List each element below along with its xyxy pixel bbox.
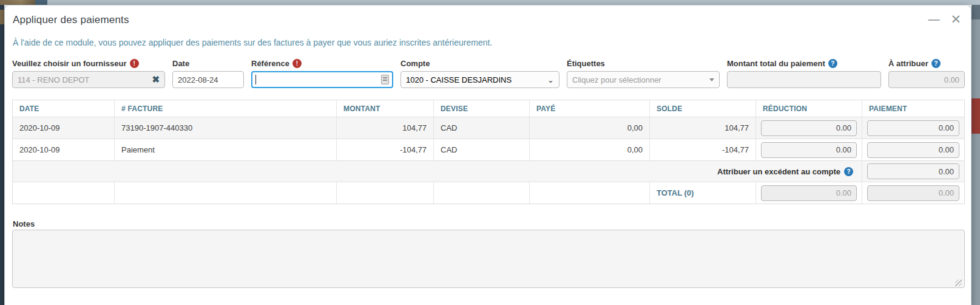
- window-controls: — ✕: [928, 13, 961, 26]
- fournisseur-value: 114 - RENO DEPOT: [18, 75, 148, 84]
- modal-title: Appliquer des paiements: [13, 14, 129, 26]
- excedent-label: Attribuer un excédent au compte ?: [13, 161, 862, 182]
- total-reduction-input[interactable]: [761, 185, 857, 201]
- header-date: DATE: [13, 100, 115, 117]
- required-icon: !: [292, 59, 302, 68]
- cell-paye: 0,00: [530, 139, 650, 160]
- background-dark-fragment: [972, 5, 980, 19]
- cell-facture: Paiement: [115, 139, 337, 160]
- total-row: TOTAL (0): [13, 182, 964, 204]
- compte-select[interactable]: 1020 - CAISSE DESJARDINS ⌄: [400, 71, 559, 88]
- cell-solde: -104,77: [650, 139, 756, 160]
- cell-paiement: [862, 117, 964, 139]
- date-input[interactable]: [172, 71, 244, 88]
- date-label: Date: [172, 59, 244, 68]
- cell-facture: 73190-1907-440330: [115, 117, 337, 139]
- montant-total-input[interactable]: [727, 71, 881, 88]
- table-header-row: DATE # FACTURE MONTANT DEVISE PAYÉ SOLDE…: [13, 100, 964, 117]
- clear-icon[interactable]: ✖: [152, 74, 160, 85]
- header-solde: SOLDE: [650, 100, 756, 117]
- cell-montant: 104,77: [337, 117, 434, 139]
- field-compte: Compte 1020 - CAISSE DESJARDINS ⌄: [400, 59, 559, 88]
- page-background-left: [0, 5, 4, 305]
- notes-textarea[interactable]: [12, 230, 965, 288]
- modal-subtitle: À l'aide de ce module, vous pouvez appli…: [13, 38, 492, 47]
- text-cursor: [255, 75, 256, 84]
- fournisseur-label: Veuillez choisir un fournisseur !: [12, 59, 165, 68]
- reduction-input[interactable]: [761, 120, 857, 136]
- cell-total-reduction: [756, 182, 862, 204]
- cell-total-paiement: [862, 182, 964, 204]
- paiement-input[interactable]: [867, 120, 959, 136]
- excedent-row: Attribuer un excédent au compte ?: [13, 160, 964, 182]
- field-date: Date: [172, 59, 244, 88]
- caret-down-icon: [709, 78, 714, 81]
- fournisseur-select[interactable]: 114 - RENO DEPOT ✖: [12, 71, 165, 88]
- required-icon: !: [130, 59, 139, 68]
- header-paye: PAYÉ: [530, 100, 650, 117]
- autofill-icon: [381, 75, 389, 84]
- chevron-down-icon: ⌄: [547, 75, 554, 84]
- a-attribuer-label: À attribuer ?: [888, 59, 965, 68]
- cell-empty: [115, 182, 337, 204]
- field-montant-total: Montant total du paiement ?: [727, 59, 881, 88]
- cell-devise: CAD: [434, 139, 530, 160]
- compte-label: Compte: [400, 59, 559, 68]
- apply-payments-modal: Appliquer des paiements — ✕ À l'aide de …: [4, 5, 972, 305]
- table-row: 2020-10-09 Paiement -104,77 CAD 0,00 -10…: [13, 139, 964, 160]
- cell-date: 2020-10-09: [13, 117, 115, 139]
- help-icon[interactable]: ?: [828, 59, 837, 68]
- montant-total-label: Montant total du paiement ?: [727, 59, 881, 68]
- cell-empty: [337, 182, 434, 204]
- field-a-attribuer: À attribuer ?: [888, 59, 965, 88]
- excedent-input[interactable]: [867, 163, 959, 179]
- cell-empty: [530, 182, 650, 204]
- invoices-table: DATE # FACTURE MONTANT DEVISE PAYÉ SOLDE…: [12, 100, 965, 204]
- header-paiement: PAIEMENT: [862, 100, 964, 117]
- close-icon[interactable]: ✕: [950, 13, 961, 26]
- cell-paiement: [862, 139, 964, 160]
- cell-empty: [434, 182, 530, 204]
- etiquettes-label: Étiquettes: [567, 59, 720, 68]
- payment-form: Veuillez choisir un fournisseur ! 114 - …: [12, 59, 965, 88]
- field-reference: Référence !: [251, 59, 393, 88]
- cell-excedent: [862, 161, 964, 182]
- etiquettes-select[interactable]: Cliquez pour sélectionner: [567, 71, 720, 88]
- cell-date: 2020-10-09: [13, 139, 115, 160]
- minimize-icon[interactable]: —: [928, 13, 939, 26]
- background-photo-fragment: [0, 0, 35, 5]
- reduction-input[interactable]: [761, 142, 857, 158]
- background-photo-fragment: [0, 10, 4, 24]
- cell-reduction: [756, 117, 862, 139]
- notes-label: Notes: [13, 219, 35, 228]
- total-label: TOTAL (0): [650, 182, 756, 204]
- field-fournisseur: Veuillez choisir un fournisseur ! 114 - …: [12, 59, 165, 88]
- header-devise: DEVISE: [434, 100, 530, 117]
- etiquettes-placeholder: Cliquez pour sélectionner: [572, 75, 706, 84]
- cell-reduction: [756, 139, 862, 160]
- help-icon[interactable]: ?: [844, 167, 853, 176]
- a-attribuer-input[interactable]: [888, 71, 965, 88]
- header-reduction: RÉDUCTION: [756, 100, 862, 117]
- field-etiquettes: Étiquettes Cliquez pour sélectionner: [567, 59, 720, 88]
- cell-paye: 0,00: [530, 117, 650, 139]
- header-facture: # FACTURE: [115, 100, 337, 117]
- cell-empty: [13, 182, 115, 204]
- help-icon[interactable]: ?: [931, 59, 941, 68]
- cell-solde: 104,77: [650, 117, 756, 139]
- header-montant: MONTANT: [337, 100, 434, 117]
- background-red-fragment: [972, 98, 980, 134]
- cell-devise: CAD: [434, 117, 530, 139]
- reference-input[interactable]: [251, 71, 393, 88]
- page-background-right: [972, 5, 980, 305]
- cell-montant: -104,77: [337, 139, 434, 160]
- table-row: 2020-10-09 73190-1907-440330 104,77 CAD …: [13, 117, 964, 139]
- reference-label: Référence !: [251, 59, 393, 68]
- total-paiement-input[interactable]: [867, 185, 959, 201]
- paiement-input[interactable]: [867, 142, 959, 158]
- background-slate-fragment: [35, 0, 47, 5]
- page-background-top: [0, 0, 980, 5]
- compte-value: 1020 - CAISSE DESJARDINS: [406, 75, 544, 84]
